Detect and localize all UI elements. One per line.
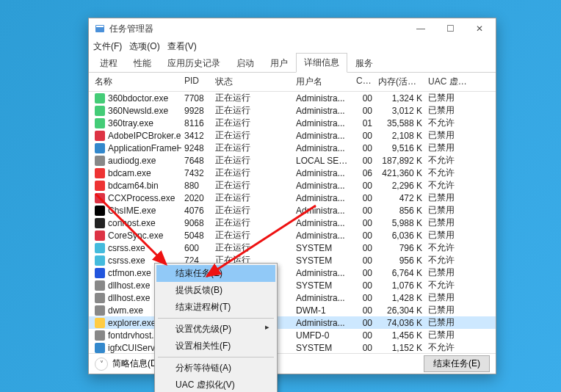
process-name: dllhost.exe — [108, 280, 150, 291]
cell-uac: 不允许 — [425, 254, 471, 266]
process-table: 360bdoctor.exe7708正在运行Administra...001,3… — [89, 92, 496, 353]
table-row[interactable]: igfxCUIServiceSYSTEM001,152 K不允许 — [89, 341, 496, 353]
process-icon — [95, 118, 105, 128]
menu-file[interactable]: 文件(F) — [93, 40, 122, 53]
menu-item[interactable]: 设置相关性(F) — [156, 338, 275, 355]
table-row[interactable]: dwm.exe1076正在运行DWM-10026,304 K已禁用 — [89, 304, 496, 316]
table-row[interactable]: conhost.exe9068正在运行Administra...005,988 … — [89, 217, 496, 229]
cell-mem: 796 K — [375, 243, 425, 253]
task-manager-window: 任务管理器 — ☐ ✕ 文件(F) 选项(O) 查看(V) 进程性能应用历史记录… — [88, 18, 496, 374]
tab-0[interactable]: 进程 — [92, 54, 126, 73]
menu-item[interactable]: 结束进程树(T) — [156, 299, 275, 316]
cell-cpu: 00 — [353, 255, 375, 266]
col-cpu[interactable]: CPU — [353, 76, 375, 88]
cell-cpu: 00 — [353, 156, 375, 166]
tab-1[interactable]: 性能 — [126, 54, 159, 73]
menu-options[interactable]: 选项(O) — [129, 40, 159, 53]
menu-item[interactable]: UAC 虚拟化(V) — [156, 377, 275, 392]
cell-mem: 1,076 K — [375, 280, 425, 291]
tab-5[interactable]: 详细信息 — [296, 53, 347, 73]
table-row[interactable]: CoreSync.exe5048正在运行Administra...006,036… — [89, 229, 496, 242]
table-row[interactable]: bdcam.exe7432正在运行Administra...06421,360 … — [89, 167, 496, 179]
brief-info-toggle[interactable]: 简略信息(D) — [112, 357, 160, 370]
table-row[interactable]: 360Newsld.exe9928正在运行Administra...003,01… — [89, 104, 496, 117]
table-row[interactable]: bdcam64.bin880正在运行Administra...002,296 K… — [89, 179, 496, 192]
cell-mem: 187,892 K — [375, 156, 425, 166]
col-uac[interactable]: UAC 虚拟化 — [425, 76, 471, 88]
process-name: 360bdoctor.exe — [108, 93, 168, 104]
menu-view[interactable]: 查看(V) — [167, 40, 197, 53]
close-button[interactable]: ✕ — [465, 20, 494, 37]
cell-user: Administra... — [293, 181, 353, 191]
table-row[interactable]: ChsIME.exe4076正在运行Administra...00856 K已禁… — [89, 204, 496, 217]
cell-mem: 421,360 K — [375, 168, 425, 178]
process-icon — [95, 330, 105, 341]
process-icon — [95, 106, 105, 116]
col-status[interactable]: 状态 — [212, 76, 293, 88]
process-icon — [95, 318, 105, 328]
cell-status: 正在运行 — [212, 142, 293, 154]
process-name: ChsIME.exe — [108, 206, 156, 216]
cell-pid: 3412 — [181, 131, 212, 141]
tab-3[interactable]: 启动 — [228, 54, 262, 73]
process-name: CCXProcess.exe — [108, 193, 175, 203]
cell-uac: 已禁用 — [425, 129, 471, 142]
table-row[interactable]: CCXProcess.exe2020正在运行Administra...00472… — [89, 192, 496, 204]
end-task-button[interactable]: 结束任务(E) — [424, 355, 490, 372]
cell-mem: 3,012 K — [375, 106, 425, 116]
table-row[interactable]: 360bdoctor.exe7708正在运行Administra...001,3… — [89, 92, 496, 104]
chevron-down-icon[interactable]: ˅ — [95, 357, 108, 371]
footer: ˅ 简略信息(D) 结束任务(E) — [89, 353, 496, 374]
cell-status: 正在运行 — [212, 167, 293, 179]
menubar: 文件(F) 选项(O) 查看(V) — [89, 39, 496, 54]
cell-uac: 不允许 — [425, 179, 471, 192]
table-row[interactable]: ApplicationFrameH...9248正在运行Administra..… — [89, 142, 496, 154]
tab-2[interactable]: 应用历史记录 — [159, 54, 228, 73]
cell-mem: 2,296 K — [375, 181, 425, 191]
titlebar[interactable]: 任务管理器 — ☐ ✕ — [89, 18, 496, 39]
cell-mem: 1,456 K — [375, 330, 425, 341]
cell-status: 正在运行 — [212, 179, 293, 192]
cell-uac: 已禁用 — [425, 266, 471, 279]
table-row[interactable]: dllhost.exe9872正在运行Administra...001,428 … — [89, 291, 496, 304]
table-row[interactable]: csrss.exe724正在运行SYSTEM00956 K不允许 — [89, 254, 496, 266]
table-header: 名称 PID 状态 用户名 CPU 内存(活动的... UAC 虚拟化 — [89, 73, 496, 92]
cell-uac: 不允许 — [425, 242, 471, 254]
menu-item[interactable]: 分析等待链(A) — [156, 360, 275, 377]
cell-uac: 已禁用 — [425, 192, 471, 204]
cell-uac: 不允许 — [425, 167, 471, 179]
minimize-button[interactable]: — — [406, 20, 435, 37]
menu-item[interactable]: 设置优先级(P) — [156, 321, 275, 338]
cell-cpu: 00 — [353, 106, 375, 116]
table-row[interactable]: audiodg.exe7648正在运行LOCAL SER...00187,892… — [89, 154, 496, 167]
process-name: ApplicationFrameH... — [108, 143, 181, 153]
cell-pid: 7708 — [181, 93, 212, 104]
cell-mem: 472 K — [375, 193, 425, 203]
col-mem[interactable]: 内存(活动的... — [375, 76, 425, 88]
table-row[interactable]: 360tray.exe8116正在运行Administra...0135,588… — [89, 117, 496, 129]
process-icon — [95, 156, 105, 166]
table-row[interactable]: explorer.exe4256正在运行Administra...0074,03… — [89, 316, 496, 329]
cell-status: 正在运行 — [212, 92, 293, 104]
app-icon — [95, 23, 105, 34]
col-pid[interactable]: PID — [181, 76, 212, 88]
cell-status: 正在运行 — [212, 154, 293, 167]
cell-pid: 4076 — [181, 206, 212, 216]
col-name[interactable]: 名称 — [92, 76, 181, 88]
table-row[interactable]: dllhost.exe7736正在运行SYSTEM001,076 K不允许 — [89, 279, 496, 291]
table-row[interactable]: AdobeIPCBroker.exe3412正在运行Administra...0… — [89, 129, 496, 142]
table-row[interactable]: ctfmon.exe3648正在运行Administra...006,764 K… — [89, 266, 496, 279]
cell-pid: 600 — [181, 243, 212, 253]
process-name: AdobeIPCBroker.exe — [108, 131, 181, 141]
tab-6[interactable]: 服务 — [347, 54, 381, 73]
maximize-button[interactable]: ☐ — [435, 20, 465, 37]
tab-4[interactable]: 用户 — [262, 54, 296, 73]
table-row[interactable]: fontdrvhost.exUMFD-0001,456 K已禁用 — [89, 329, 496, 341]
cell-user: SYSTEM — [293, 243, 353, 253]
menu-item[interactable]: 结束任务(E) — [156, 265, 275, 282]
cell-pid: 7432 — [181, 168, 212, 178]
menu-item[interactable]: 提供反馈(B) — [156, 282, 275, 299]
table-row[interactable]: csrss.exe600正在运行SYSTEM00796 K不允许 — [89, 242, 496, 254]
process-icon — [95, 243, 105, 253]
col-user[interactable]: 用户名 — [293, 76, 353, 88]
